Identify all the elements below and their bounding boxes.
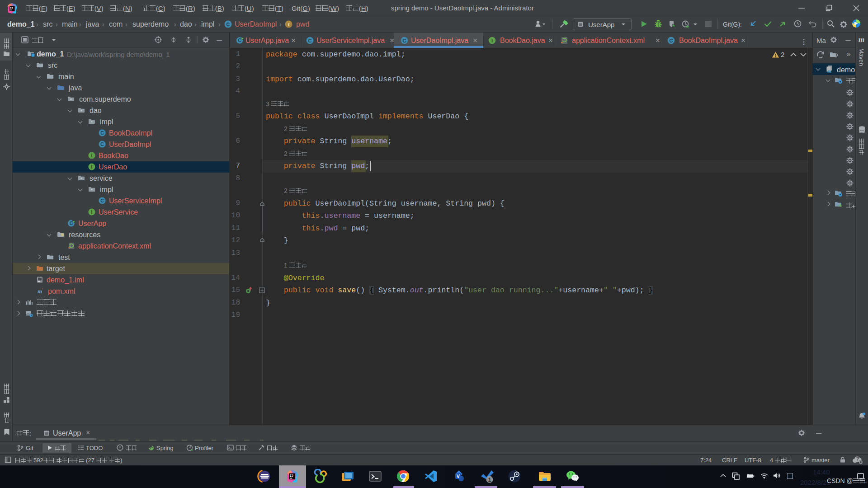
svg-text:C: C bbox=[308, 38, 312, 43]
svg-text:C: C bbox=[226, 22, 230, 27]
svg-text:C: C bbox=[70, 221, 73, 226]
svg-text:C: C bbox=[670, 38, 673, 43]
svg-text:?: ? bbox=[856, 456, 859, 461]
svg-text:f: f bbox=[288, 22, 290, 27]
svg-text:I: I bbox=[491, 38, 493, 43]
svg-text:V: V bbox=[457, 474, 460, 479]
svg-text:IJ: IJ bbox=[10, 7, 13, 10]
svg-text:m: m bbox=[38, 288, 42, 295]
svg-text:C: C bbox=[403, 38, 406, 43]
svg-text:IJ: IJ bbox=[290, 474, 293, 478]
svg-text:1: 1 bbox=[488, 477, 491, 483]
svg-text:C: C bbox=[238, 38, 241, 43]
svg-text:m: m bbox=[828, 68, 832, 74]
